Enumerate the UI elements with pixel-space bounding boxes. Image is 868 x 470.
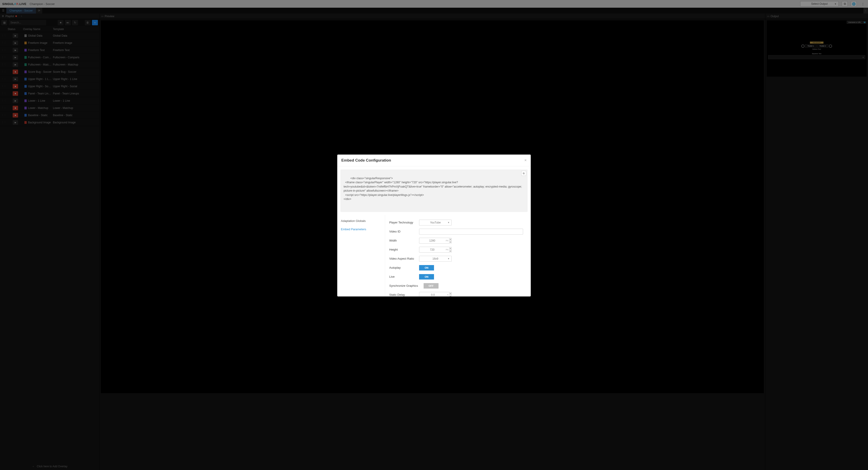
- unit-px: PX: [445, 249, 449, 251]
- spin-up-icon[interactable]: ▲: [450, 292, 452, 295]
- label-delay: Static Delay: [389, 293, 419, 296]
- width-input[interactable]: 1280 PX ▲▼: [419, 238, 452, 244]
- modal-body: Adaptation Globals Embed Parameters Play…: [337, 215, 531, 297]
- delay-input[interactable]: 0.0 S ▲▼: [419, 292, 452, 297]
- video-id-input[interactable]: [419, 229, 523, 234]
- delay-value: 0.0: [419, 293, 446, 296]
- player-tech-value: YouTube: [430, 221, 440, 224]
- toggle-off-label: OFF: [424, 283, 438, 288]
- embed-config-modal: Embed Code Configuration × <div class="s…: [337, 155, 531, 296]
- toggle-on-label: ON: [419, 265, 434, 271]
- live-toggle[interactable]: ON: [419, 274, 438, 280]
- spin-down-icon[interactable]: ▼: [450, 295, 452, 297]
- caret-down-icon: ▼: [447, 258, 450, 260]
- label-video-id: Video ID: [389, 230, 419, 233]
- label-autoplay: Autoplay: [389, 266, 419, 269]
- unit-sec: S: [446, 294, 449, 296]
- tab-adaptation-globals[interactable]: Adaptation Globals: [341, 219, 381, 223]
- label-live: Live: [389, 275, 419, 278]
- close-icon[interactable]: ×: [524, 158, 527, 163]
- aspect-value: 16x9: [432, 257, 438, 260]
- label-player-tech: Player Technology: [389, 221, 419, 224]
- modal-header: Embed Code Configuration ×: [337, 155, 531, 166]
- toggle-knob: [434, 274, 438, 280]
- modal-form: Player Technology YouTube ▼ Video ID Wid…: [385, 215, 531, 297]
- copy-code-button[interactable]: ⧉: [521, 171, 526, 176]
- unit-px: PX: [445, 240, 449, 242]
- autoplay-toggle[interactable]: ON: [419, 265, 438, 271]
- label-width: Width: [389, 239, 419, 242]
- embed-code-text[interactable]: <div class="singularResponsive"> <iframe…: [344, 177, 523, 201]
- aspect-select[interactable]: 16x9 ▼: [419, 256, 452, 262]
- spin-down-icon[interactable]: ▼: [450, 241, 452, 244]
- tab-embed-parameters[interactable]: Embed Parameters: [341, 227, 381, 231]
- player-tech-select[interactable]: YouTube ▼: [419, 220, 452, 225]
- spin-up-icon[interactable]: ▲: [450, 238, 452, 241]
- width-value: 1280: [419, 239, 445, 242]
- label-sync: Synchronize Graphics: [389, 284, 419, 287]
- spin-up-icon[interactable]: ▲: [450, 247, 452, 250]
- toggle-knob: [419, 283, 424, 288]
- label-aspect: Video Aspect Ratio: [389, 257, 419, 260]
- embed-code-box: <div class="singularResponsive"> <iframe…: [340, 169, 528, 212]
- toggle-knob: [434, 265, 438, 271]
- toggle-on-label: ON: [419, 274, 434, 280]
- spin-down-icon[interactable]: ▼: [450, 250, 452, 253]
- label-height: Height: [389, 248, 419, 251]
- caret-down-icon: ▼: [447, 221, 450, 224]
- height-input[interactable]: 720 PX ▲▼: [419, 247, 452, 253]
- sync-toggle[interactable]: OFF: [419, 283, 438, 288]
- height-value: 720: [419, 248, 445, 251]
- modal-sidebar: Adaptation Globals Embed Parameters: [337, 215, 385, 297]
- modal-title: Embed Code Configuration: [341, 158, 391, 163]
